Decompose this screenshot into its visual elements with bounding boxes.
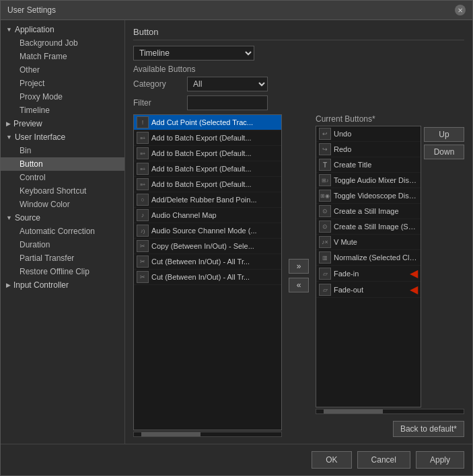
list-item[interactable]: ♪ Audio Channel Map — [134, 208, 281, 223]
sidebar-item-window-color[interactable]: Window Color — [1, 198, 124, 211]
expand-arrow-user-interface: ▼ — [6, 134, 12, 141]
list-item[interactable]: ⊙ Create a Still Image (Save as) — [316, 219, 421, 235]
list-item[interactable]: ! Add Cut Point (Selected Trac... — [134, 115, 281, 130]
item-text: Fade-in — [334, 270, 407, 278]
sidebar-item-restore-offline-clip[interactable]: Restore Offline Clip — [1, 265, 124, 278]
list-item[interactable]: ♪) Audio Source Channel Mode (... — [134, 223, 281, 239]
sidebar-item-other[interactable]: Other — [1, 63, 124, 77]
sidebar-item-keyboard-shortcut[interactable]: Keyboard Shortcut — [1, 184, 124, 198]
item-icon: ▱ — [319, 284, 331, 296]
category-label: Category — [133, 79, 187, 89]
sidebar-item-bin[interactable]: Bin — [1, 144, 124, 157]
list-item[interactable]: ♪× V Mute — [316, 235, 421, 250]
dialog-footer: OK Cancel Apply — [1, 444, 472, 475]
sidebar-item-background-job[interactable]: Background Job — [1, 36, 124, 50]
sidebar-item-match-frame[interactable]: Match Frame — [1, 50, 124, 63]
dialog: User Settings ✕ ▼ Application Background… — [0, 0, 473, 476]
filter-label: Filter — [133, 98, 187, 108]
sidebar-item-user-interface[interactable]: ▼ User Interface — [1, 130, 124, 144]
close-button[interactable]: ✕ — [455, 5, 466, 15]
list-item[interactable]: ⊞◉ Toggle Videoscope Display — [316, 188, 421, 204]
list-item-fade-in[interactable]: ▱ Fade-in ◀ — [316, 266, 421, 282]
item-text: Create Title — [334, 161, 418, 169]
sidebar-item-project[interactable]: Project — [1, 77, 124, 90]
item-text: Cut (Between In/Out) - All Tr... — [151, 257, 279, 266]
item-text: Copy (Between In/Out) - Sele... — [151, 242, 279, 250]
sidebar-item-button[interactable]: Button — [1, 157, 124, 171]
item-text: Cut (Between In/Out) - All Tr... — [151, 273, 279, 281]
filter-row: Filter — [133, 95, 464, 110]
filter-input[interactable] — [187, 95, 268, 110]
sidebar-item-automatic-correction[interactable]: Automatic Correction — [1, 225, 124, 238]
item-text: Add to Batch Export (Default... — [151, 149, 279, 157]
red-arrow-fade-out: ◀ — [410, 283, 418, 296]
move-right-button[interactable]: » — [289, 259, 309, 274]
list-item[interactable]: ≡+ Add to Batch Export (Default... — [134, 130, 281, 146]
item-text: Add to Batch Export (Default... — [151, 165, 279, 173]
down-button[interactable]: Down — [424, 145, 464, 159]
sidebar-item-timeline[interactable]: Timeline — [1, 104, 124, 117]
current-list-scrollbar[interactable] — [316, 409, 464, 414]
sidebar-item-proxy-mode[interactable]: Proxy Mode — [1, 90, 124, 104]
timeline-select[interactable]: Timeline — [133, 46, 254, 61]
list-item[interactable]: ≡+ Add to Batch Export (Default... — [134, 177, 281, 192]
sidebar-item-duration[interactable]: Duration — [1, 238, 124, 251]
list-item[interactable]: ⊞♪ Toggle Audio Mixer Display — [316, 173, 421, 188]
item-text: Add/Delete Rubber Band Poin... — [151, 196, 279, 204]
item-text: Create a Still Image (Save as) — [334, 223, 418, 231]
item-text: Undo — [334, 130, 418, 138]
list-item[interactable]: ≡+ Add to Batch Export (Default... — [134, 161, 281, 177]
sidebar: ▼ Application Background Job Match Frame… — [1, 20, 125, 444]
item-icon: ↩ — [319, 128, 331, 140]
lists-area: ! Add Cut Point (Selected Trac... ≡+ Add… — [133, 114, 464, 437]
scrollbar-thumb — [324, 409, 383, 413]
item-text: Add Cut Point (Selected Trac... — [151, 118, 279, 126]
available-list[interactable]: ! Add Cut Point (Selected Trac... ≡+ Add… — [133, 114, 282, 430]
list-item[interactable]: ○ Add/Delete Rubber Band Poin... — [134, 192, 281, 208]
up-button[interactable]: Up — [424, 127, 464, 142]
list-item[interactable]: ≡+ Add to Batch Export (Default... — [134, 146, 281, 161]
list-item-fade-out[interactable]: ▱ Fade-out ◀ — [316, 282, 421, 298]
item-icon: ▱ — [319, 268, 331, 280]
sidebar-item-preview[interactable]: ▶ Preview — [1, 117, 124, 130]
sidebar-item-partial-transfer[interactable]: Partial Transfer — [1, 251, 124, 265]
list-item[interactable]: ✂ Cut (Between In/Out) - All Tr... — [134, 270, 281, 285]
apply-button[interactable]: Apply — [416, 451, 464, 469]
expand-arrow-source: ▼ — [6, 214, 12, 221]
available-list-panel: ! Add Cut Point (Selected Trac... ≡+ Add… — [133, 114, 282, 437]
available-list-scrollbar[interactable] — [133, 432, 282, 437]
sidebar-item-application[interactable]: ▼ Application — [1, 23, 124, 36]
cancel-button[interactable]: Cancel — [357, 451, 410, 469]
item-icon: ✂ — [137, 240, 149, 252]
back-to-default-button[interactable]: Back to default* — [393, 421, 464, 437]
item-icon: ○ — [137, 194, 149, 206]
dialog-title: User Settings — [7, 5, 56, 15]
list-item[interactable]: ↪ Redo — [316, 142, 421, 157]
category-row: Category All — [133, 77, 464, 91]
list-item[interactable]: ✂ Copy (Between In/Out) - Sele... — [134, 239, 281, 254]
sidebar-item-source[interactable]: ▼ Source — [1, 211, 124, 225]
list-item[interactable]: T Create Title — [316, 157, 421, 173]
item-text: Normalize (Selected Clips) — [334, 253, 418, 262]
list-item[interactable]: ✂ Cut (Between In/Out) - All Tr... — [134, 254, 281, 270]
section-title: Button — [133, 27, 464, 40]
expand-arrow-application: ▼ — [6, 26, 12, 33]
title-bar: User Settings ✕ — [1, 1, 472, 20]
category-select[interactable]: All — [187, 77, 268, 91]
list-item[interactable]: ▥ Normalize (Selected Clips) — [316, 250, 421, 266]
current-list[interactable]: ↩ Undo ↪ Redo T Create Title — [316, 126, 421, 407]
item-text: Fade-out — [334, 286, 407, 294]
item-icon: ⊙ — [319, 205, 331, 217]
item-icon: ≡+ — [137, 178, 149, 190]
expand-arrow-input-controller: ▶ — [6, 282, 11, 288]
item-icon: ↪ — [319, 143, 331, 155]
item-text: Create a Still Image — [334, 207, 418, 215]
move-left-button[interactable]: « — [289, 278, 309, 292]
sidebar-item-input-controller[interactable]: ▶ Input Controller — [1, 278, 124, 292]
item-text: V Mute — [334, 238, 418, 246]
ok-button[interactable]: OK — [312, 451, 351, 469]
list-item[interactable]: ↩ Undo — [316, 126, 421, 142]
item-icon: ♪ — [137, 209, 149, 221]
list-item[interactable]: ⊙ Create a Still Image — [316, 204, 421, 219]
sidebar-item-control[interactable]: Control — [1, 171, 124, 184]
